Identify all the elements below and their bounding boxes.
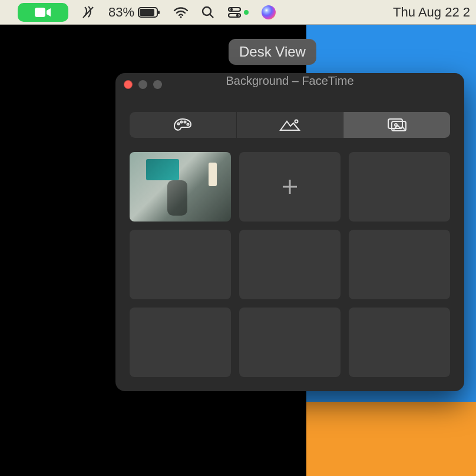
desk-view-label: Desk View [239, 44, 306, 60]
siri-icon [262, 5, 276, 19]
window-title: Background – FaceTime [226, 74, 353, 88]
desk-view-button[interactable]: Desk View [229, 39, 316, 65]
battery-status[interactable]: 83% [108, 5, 160, 20]
control-center-icon [227, 6, 242, 18]
airdrop-off-icon[interactable] [81, 5, 95, 19]
svg-line-7 [210, 14, 214, 18]
background-facetime-window: Background – FaceTime [115, 73, 464, 391]
menubar-clock[interactable]: Thu Aug 22 2 [393, 5, 470, 20]
svg-point-13 [181, 121, 183, 123]
svg-point-5 [180, 16, 181, 18]
menubar: 83% T [0, 0, 476, 25]
svg-point-11 [236, 14, 239, 16]
mountain-icon [279, 118, 301, 132]
background-tile-empty[interactable] [239, 308, 341, 377]
svg-point-12 [178, 123, 180, 124]
background-tile-empty[interactable] [130, 230, 231, 299]
palette-icon [173, 117, 193, 133]
spotlight-search-icon[interactable] [201, 6, 214, 19]
svg-point-15 [187, 123, 189, 125]
svg-line-1 [83, 7, 93, 18]
background-type-segmented [130, 112, 450, 138]
segment-scenes[interactable] [237, 112, 344, 138]
svg-point-14 [184, 121, 186, 123]
background-tile-add[interactable] [239, 152, 341, 222]
minimize-window-button[interactable] [138, 80, 147, 89]
wifi-icon[interactable] [173, 6, 189, 18]
siri-button[interactable] [262, 5, 276, 19]
segment-photos[interactable] [343, 112, 450, 138]
battery-percent: 83% [108, 5, 134, 20]
plus-icon [278, 175, 302, 199]
segment-colors[interactable] [130, 112, 237, 138]
control-center-button[interactable] [227, 6, 249, 18]
battery-icon [138, 6, 160, 18]
background-tile-empty[interactable] [130, 308, 231, 377]
background-tiles-grid [130, 152, 450, 377]
background-tile-empty[interactable] [349, 308, 450, 377]
background-tile-empty[interactable] [349, 152, 450, 222]
window-traffic-lights [124, 80, 162, 89]
window-titlebar[interactable]: Background – FaceTime [115, 73, 464, 88]
background-panel-body [115, 88, 464, 391]
zoom-window-button[interactable] [153, 80, 162, 89]
svg-point-9 [230, 8, 233, 10]
wallpaper-orange [306, 402, 476, 476]
background-tile-photo[interactable] [130, 152, 231, 222]
facetime-icon [34, 6, 52, 19]
svg-point-6 [203, 7, 211, 15]
svg-rect-3 [140, 9, 154, 16]
gallery-icon [386, 117, 408, 133]
svg-point-16 [295, 120, 298, 123]
camera-active-dot-icon [244, 10, 249, 15]
close-window-button[interactable] [124, 80, 133, 89]
svg-rect-4 [158, 11, 160, 14]
facetime-active-pill[interactable] [18, 3, 68, 22]
svg-rect-0 [35, 8, 45, 17]
background-tile-empty[interactable] [239, 230, 341, 299]
background-tile-empty[interactable] [349, 230, 450, 299]
